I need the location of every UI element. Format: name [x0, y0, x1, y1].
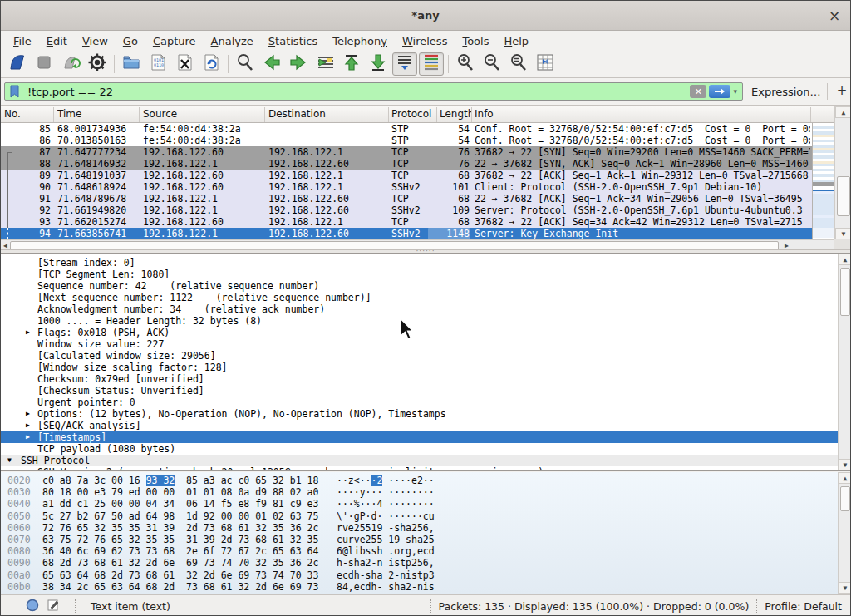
hex-bytes[interactable]: 65 63 64 68 2d 73 68 61 32 2d 6e 69 73 7…: [42, 569, 318, 581]
column-header-no[interactable]: No.: [4, 108, 51, 121]
hex-row-0060[interactable]: 006072 76 65 32 35 35 31 39 2d 73 68 61 …: [1, 522, 850, 534]
colorize-toggle[interactable]: [419, 52, 444, 76]
go-last-button[interactable]: [366, 52, 391, 76]
packet-row-86[interactable]: 8670.013850163fe:54:00:d4:38:2aSTP54Conf…: [1, 135, 834, 146]
hex-bytes[interactable]: 5c 27 b2 67 50 ad 64 98 1d 92 00 00 01 0…: [42, 510, 318, 522]
packet-list-minimap[interactable]: [812, 123, 834, 239]
detail-row[interactable]: ▼SSH Protocol: [1, 455, 838, 466]
scroll-thumb[interactable]: [837, 176, 850, 216]
column-separator[interactable]: [264, 107, 265, 122]
menu-tools[interactable]: Tools: [455, 32, 496, 50]
window-close-button[interactable]: ×: [825, 7, 844, 25]
scroll-down-arrow[interactable]: ▼: [839, 459, 850, 471]
ascii-bytes[interactable]: \'·gP·d· ······cu: [337, 510, 435, 522]
ascii-bytes[interactable]: rve25519 -sha256,: [337, 522, 435, 534]
hex-row-00a0[interactable]: 00a065 63 64 68 2d 73 68 61 32 2d 6e 69 …: [1, 569, 850, 581]
packet-row-92[interactable]: 9271.661949820192.168.122.1192.168.122.6…: [1, 205, 834, 216]
restart-capture-button[interactable]: [58, 52, 83, 76]
menu-telephony[interactable]: Telephony: [325, 32, 395, 50]
scroll-down-arrow[interactable]: ▼: [839, 582, 850, 594]
hex-row-0080[interactable]: 008036 40 6c 69 62 73 73 68 2e 6f 72 67 …: [1, 545, 850, 557]
filter-bookmark-icon[interactable]: [7, 84, 22, 99]
capture-comment-icon[interactable]: [47, 599, 60, 614]
close-file-button[interactable]: [172, 52, 197, 76]
ascii-bytes[interactable]: ecdh-sha 2-nistp3: [337, 569, 435, 581]
hex-row-0050[interactable]: 00505c 27 b2 67 50 ad 64 98 1d 92 00 00 …: [1, 510, 850, 522]
collapse-arrow-icon[interactable]: ▼: [7, 455, 12, 466]
expert-info-icon[interactable]: [26, 599, 39, 614]
packet-row-85[interactable]: 8568.001734936fe:54:00:d4:38:2aSTP54Conf…: [1, 123, 834, 135]
go-to-packet-button[interactable]: [312, 52, 337, 76]
display-filter-input[interactable]: !tcp.port == 22 ✕ ▾: [4, 82, 743, 101]
menu-capture[interactable]: Capture: [145, 32, 204, 50]
packet-list-header[interactable]: No.TimeSourceDestinationProtocolLengthIn…: [1, 106, 834, 123]
expand-arrow-icon[interactable]: ▶: [26, 420, 30, 431]
detail-row[interactable]: [Stream index: 0]: [1, 257, 838, 269]
find-packet-button[interactable]: [233, 52, 258, 76]
column-separator[interactable]: [139, 107, 140, 122]
filter-clear-button[interactable]: ✕: [690, 85, 706, 98]
hex-row-0030[interactable]: 003080 18 00 e3 79 ed 00 00 01 01 08 0a …: [1, 486, 850, 498]
hex-bytes[interactable]: 36 40 6c 69 62 73 73 68 2e 6f 72 67 2c 6…: [42, 545, 318, 557]
hex-bytes[interactable]: c0 a8 7a 3c 00 16 93 32 85 a3 ac c0 65 3…: [42, 475, 318, 486]
hex-row-00b0[interactable]: 00b038 34 2c 65 63 64 68 2d 73 68 61 32 …: [1, 581, 850, 593]
menu-view[interactable]: View: [75, 32, 116, 50]
column-separator[interactable]: [471, 107, 472, 122]
column-header-length[interactable]: Length: [440, 108, 471, 121]
column-separator[interactable]: [810, 107, 811, 122]
detail-row[interactable]: [Next sequence number: 1122 (relative se…: [1, 292, 838, 303]
detail-row[interactable]: ▶[Timestamps]: [1, 431, 838, 443]
title-bar[interactable]: *any ×: [1, 1, 850, 31]
menu-statistics[interactable]: Statistics: [261, 32, 325, 50]
ascii-bytes[interactable]: 84,ecdh- sha2-nis: [337, 581, 435, 593]
filter-history-dropdown[interactable]: ▾: [733, 87, 737, 96]
expression-button[interactable]: Expression…: [751, 86, 821, 98]
expand-arrow-icon[interactable]: ▶: [26, 327, 30, 338]
column-separator[interactable]: [388, 107, 389, 122]
add-filter-button[interactable]: +: [834, 83, 849, 100]
resize-columns-button[interactable]: [533, 52, 558, 76]
stop-capture-button[interactable]: [32, 52, 57, 76]
go-first-button[interactable]: [339, 52, 364, 76]
start-capture-button[interactable]: [5, 52, 30, 76]
detail-row[interactable]: Acknowledgment number: 34 (relative ack …: [1, 303, 838, 315]
capture-options-button[interactable]: [85, 52, 110, 76]
zoom-reset-button[interactable]: [506, 52, 531, 76]
column-header-protocol[interactable]: Protocol: [391, 108, 435, 121]
menu-edit[interactable]: Edit: [39, 32, 75, 50]
packet-row-87[interactable]: 8771.647777234192.168.122.60192.168.122.…: [1, 146, 834, 158]
detail-row[interactable]: [Calculated window size: 29056]: [1, 350, 838, 362]
go-back-button[interactable]: [259, 52, 284, 76]
detail-row[interactable]: ▶[SEQ/ACK analysis]: [1, 420, 838, 431]
packet-row-93[interactable]: 9371.662015274192.168.122.60192.168.122.…: [1, 216, 834, 228]
bytes-vscrollbar[interactable]: ▲ ▼: [838, 472, 850, 594]
filter-expression-text[interactable]: !tcp.port == 22: [27, 86, 690, 98]
go-forward-button[interactable]: [286, 52, 311, 76]
packet-row-94[interactable]: 9471.663856741192.168.122.1192.168.122.6…: [1, 228, 834, 239]
detail-row[interactable]: [TCP Segment Len: 1080]: [1, 269, 838, 280]
zoom-out-button[interactable]: [480, 52, 504, 76]
ascii-bytes[interactable]: ··z<···2 ····e2··: [337, 475, 435, 486]
column-header-destination[interactable]: Destination: [268, 108, 388, 121]
scroll-thumb[interactable]: [840, 268, 850, 316]
hex-row-0020[interactable]: 0020c0 a8 7a 3c 00 16 93 32 85 a3 ac c0 …: [1, 475, 850, 486]
details-vscrollbar[interactable]: ▲ ▼: [838, 254, 850, 471]
detail-row[interactable]: [Window size scaling factor: 128]: [1, 362, 838, 373]
detail-row[interactable]: 1000 .... = Header Length: 32 bytes (8): [1, 315, 838, 327]
packet-row-88[interactable]: 8871.648146932192.168.122.1192.168.122.6…: [1, 158, 834, 170]
detail-row[interactable]: ▶Options: (12 bytes), No-Operation (NOP)…: [1, 408, 838, 420]
detail-row[interactable]: [Checksum Status: Unverified]: [1, 385, 838, 397]
ascii-bytes[interactable]: curve255 19-sha25: [337, 534, 435, 545]
scroll-up-arrow[interactable]: ▲: [839, 472, 850, 484]
hex-bytes[interactable]: 63 75 72 76 65 32 35 35 31 39 2d 73 68 6…: [42, 534, 318, 545]
detail-row[interactable]: Sequence number: 42 (relative sequence n…: [1, 280, 838, 292]
column-header-source[interactable]: Source: [143, 108, 263, 121]
menu-analyze[interactable]: Analyze: [204, 32, 261, 50]
hex-selected-bytes[interactable]: 93 32: [146, 475, 175, 486]
hex-bytes[interactable]: 68 2d 73 68 61 32 2d 6e 69 73 74 70 32 3…: [42, 557, 318, 569]
menu-help[interactable]: Help: [496, 32, 536, 50]
ascii-selected-bytes[interactable]: ·2: [371, 475, 383, 486]
column-separator[interactable]: [436, 107, 437, 122]
hex-bytes[interactable]: 72 76 65 32 35 35 31 39 2d 73 68 61 32 3…: [42, 522, 318, 534]
menu-wireless[interactable]: Wireless: [395, 32, 455, 50]
